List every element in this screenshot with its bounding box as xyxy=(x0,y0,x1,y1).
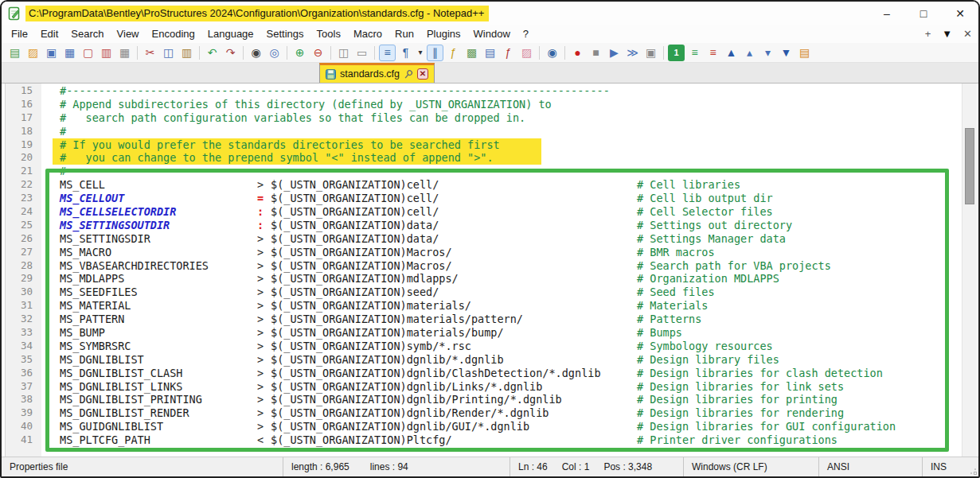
next-diff-icon[interactable]: ▾ xyxy=(759,45,776,61)
code-line-19[interactable]: 19# If you would prefer the standards di… xyxy=(2,138,978,152)
menu-item-edit[interactable]: Edit xyxy=(34,26,64,42)
code-line-16[interactable]: 16# Append subdirectories of this direct… xyxy=(2,98,978,111)
paste-icon[interactable]: ▥ xyxy=(178,45,195,61)
code-line-30[interactable]: 30MS_SEEDFILES>$(_USTN_ORGANIZATION)seed… xyxy=(2,286,978,299)
document-map-icon[interactable]: ▩ xyxy=(463,45,480,61)
menubar-dropdown-button[interactable]: ▼ xyxy=(942,28,952,40)
code-line-40[interactable]: 40MS_GUIDGNLIBLIST>$(_USTN_ORGANIZATION)… xyxy=(2,420,978,433)
status-eol-format[interactable]: Windows (CR LF) xyxy=(684,457,819,476)
code-line-18[interactable]: 18# xyxy=(2,125,978,138)
code-line-31[interactable]: 31MS_MATERIAL>$(_USTN_ORGANIZATION)mater… xyxy=(2,299,978,313)
save-icon[interactable]: ▣ xyxy=(43,45,60,61)
menu-item-language[interactable]: Language xyxy=(201,26,260,42)
undo-icon[interactable]: ↶ xyxy=(204,45,221,61)
function-list-icon[interactable]: ƒ xyxy=(445,45,462,61)
toolbar-separator xyxy=(287,46,287,60)
code-line-41[interactable]: 41MS_PLTCFG_PATH<$(_USTN_ORGANIZATION)Pl… xyxy=(2,433,978,447)
code-line-21[interactable]: 21#-------------------------------------… xyxy=(2,165,978,178)
close-all-icon[interactable]: ▥ xyxy=(98,45,115,61)
code-line-20[interactable]: 20# you can change to the prepend symbol… xyxy=(2,151,978,165)
menu-item-encoding[interactable]: Encoding xyxy=(146,26,201,42)
code-line-29[interactable]: 29MS_MDLAPPS>$(_USTN_ORGANIZATION)mdlapp… xyxy=(2,272,978,286)
zoom-out-icon[interactable]: ⊖ xyxy=(310,45,326,61)
code-line-33[interactable]: 33MS_BUMP>$(_USTN_ORGANIZATION)materials… xyxy=(2,326,978,340)
first-diff-icon[interactable]: ▲ xyxy=(723,45,740,61)
post-it-note-icon[interactable]: 1 xyxy=(668,45,685,61)
code-line-22[interactable]: 22MS_CELL>$(_USTN_ORGANIZATION)cell/# Ce… xyxy=(2,178,978,192)
code-line-34[interactable]: 34MS_SYMBRSRC>$(_USTN_ORGANIZATION)symb/… xyxy=(2,340,978,353)
code-line-36[interactable]: 36MS_DGNLIBLIST_CLASH>$(_USTN_ORGANIZATI… xyxy=(2,367,978,380)
minimize-button[interactable]: – xyxy=(869,2,905,25)
code-line-37[interactable]: 37MS_DGNLIBLIST_LINKS>$(_USTN_ORGANIZATI… xyxy=(2,380,978,394)
status-line-number: Ln : 46 xyxy=(518,461,548,472)
config-value: $(_USTN_ORGANIZATION)dgnlib/GUI/*.dgnlib xyxy=(271,420,529,433)
code-line-32[interactable]: 32MS_PATTERN>$(_USTN_ORGANIZATION)materi… xyxy=(2,313,978,326)
close-file-icon[interactable]: ▢ xyxy=(80,45,96,61)
compare-nav-bar-icon[interactable]: ▤ xyxy=(796,45,813,61)
copy-icon[interactable]: ◫ xyxy=(160,45,177,61)
vertical-scrollbar-thumb[interactable] xyxy=(965,128,974,204)
prev-diff-icon[interactable]: ▴ xyxy=(741,45,758,61)
folder-as-workspace-icon[interactable]: ▨ xyxy=(518,45,535,61)
macro-stop-icon[interactable]: ■ xyxy=(588,45,604,61)
pilcrow-dropdown-arrow-icon[interactable]: ▾ xyxy=(416,45,425,61)
indent-guide-icon[interactable]: ∥ xyxy=(427,45,443,61)
compare-clear-icon[interactable]: ≡ xyxy=(705,45,721,61)
menu-item-file[interactable]: File xyxy=(5,26,34,42)
replace-icon[interactable]: ◎ xyxy=(266,45,283,61)
code-line-15[interactable]: 15#-------------------------------------… xyxy=(2,84,978,98)
macro-save-icon[interactable]: ▣ xyxy=(642,45,659,61)
resize-grip[interactable] xyxy=(967,457,978,476)
open-file-icon[interactable]: ▨ xyxy=(25,45,41,61)
menu-item-tools[interactable]: Tools xyxy=(310,26,347,42)
last-diff-icon[interactable]: ▼ xyxy=(778,45,795,61)
menu-item-help[interactable]: ? xyxy=(517,26,535,42)
compare-icon[interactable]: ≡ xyxy=(686,45,703,61)
cut-icon[interactable]: ✂ xyxy=(142,45,158,61)
monitoring-eye-icon[interactable]: ◉ xyxy=(544,45,560,61)
word-wrap-icon[interactable]: ≡ xyxy=(379,45,396,61)
tab-standards-cfg[interactable]: standards.cfg ✕ xyxy=(319,63,435,83)
document-list-icon[interactable]: ▤ xyxy=(482,45,498,61)
find-icon[interactable]: ◉ xyxy=(248,45,264,61)
menubar-plus-button[interactable]: + xyxy=(925,28,931,40)
new-file-icon[interactable]: ▤ xyxy=(6,45,23,61)
maximize-button[interactable]: □ xyxy=(905,2,942,25)
editor-pane[interactable]: 15#-------------------------------------… xyxy=(2,84,978,457)
save-all-icon[interactable]: ▦ xyxy=(61,45,78,61)
close-tab-icon[interactable]: ✕ xyxy=(417,68,428,80)
code-line-24[interactable]: 24MS_CELLSELECTORDIR:$(_USTN_ORGANIZATIO… xyxy=(2,205,978,219)
status-encoding[interactable]: ANSI xyxy=(819,457,923,476)
menu-item-run[interactable]: Run xyxy=(388,26,420,42)
print-icon[interactable]: ▦ xyxy=(116,45,133,61)
code-line-17[interactable]: 17# search path configuration variables … xyxy=(2,111,978,125)
redo-icon[interactable]: ↷ xyxy=(222,45,239,61)
macro-run-multiple-icon[interactable]: ≫ xyxy=(624,45,641,61)
zoom-in-icon[interactable]: ⊕ xyxy=(291,45,308,61)
sync-horizontal-scroll-icon[interactable]: ▭ xyxy=(353,45,370,61)
menu-item-macro[interactable]: Macro xyxy=(347,26,388,42)
menu-item-window[interactable]: Window xyxy=(467,26,517,42)
function-completion-icon[interactable]: ƒ xyxy=(500,45,517,61)
code-line-39[interactable]: 39MS_DGNLIBLIST_RENDER>$(_USTN_ORGANIZAT… xyxy=(2,406,978,420)
sync-vertical-scroll-icon[interactable]: ◫ xyxy=(335,45,352,61)
code-line-25[interactable]: 25MS_SETTINGSOUTDIR:$(_USTN_ORGANIZATION… xyxy=(2,219,978,232)
menubar-close-button[interactable]: ✕ xyxy=(963,28,972,40)
code-line-28[interactable]: 28MS_VBASEARCHDIRECTORIES>$(_USTN_ORGANI… xyxy=(2,259,978,273)
code-line-27[interactable]: 27MS_MACRO>$(_USTN_ORGANIZATION)Macros/#… xyxy=(2,246,978,259)
status-insert-mode[interactable]: INS xyxy=(923,457,967,476)
menu-item-settings[interactable]: Settings xyxy=(260,26,310,42)
code-line-38[interactable]: 38MS_DGNLIBLIST_PRINTING>$(_USTN_ORGANIZ… xyxy=(2,393,978,406)
menu-item-plugins[interactable]: Plugins xyxy=(420,26,467,42)
code-line-35[interactable]: 35MS_DGNLIBLIST>$(_USTN_ORGANIZATION)dgn… xyxy=(2,353,978,367)
show-all-characters-icon[interactable]: ¶ xyxy=(397,45,414,61)
menu-item-view[interactable]: View xyxy=(111,26,146,42)
macro-record-icon[interactable]: ● xyxy=(569,45,586,61)
macro-play-icon[interactable]: ▶ xyxy=(606,45,623,61)
menu-item-search[interactable]: Search xyxy=(64,26,110,42)
vertical-scrollbar[interactable] xyxy=(962,84,977,457)
code-line-23[interactable]: 23MS_CELLOUT=$(_USTN_ORGANIZATION)cell/#… xyxy=(2,192,978,205)
close-window-button[interactable]: ✕ xyxy=(942,2,978,25)
code-line-26[interactable]: 26MS_SETTINGSDIR>$(_USTN_ORGANIZATION)da… xyxy=(2,232,978,246)
pin-tab-icon[interactable] xyxy=(404,69,413,80)
